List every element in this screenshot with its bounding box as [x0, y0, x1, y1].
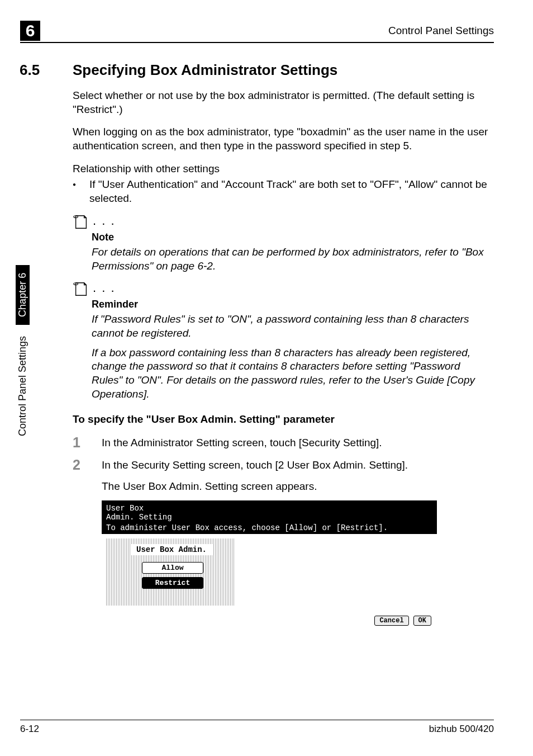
sub-heading: To specify the "User Box Admin. Setting"…	[73, 413, 494, 426]
sidebar-label: Control Panel Settings Chapter 6	[16, 265, 30, 436]
chapter-badge: 6	[20, 21, 40, 41]
note-body: For details on operations that can be pe…	[92, 245, 494, 273]
header-rule	[20, 42, 494, 43]
restrict-button[interactable]: Restrict	[142, 577, 203, 589]
reminder-body: If a box password containing less than 8…	[92, 346, 494, 401]
bullet-dot-icon	[73, 178, 89, 205]
screenshot-title-line1: User Box	[106, 504, 144, 513]
step-item: 1 In the Administrator Setting screen, t…	[73, 436, 494, 450]
step-text: In the Administrator Setting screen, tou…	[102, 436, 382, 450]
ok-button[interactable]: OK	[413, 616, 431, 626]
note-paper-icon	[73, 281, 89, 297]
bullet-text: If "User Authentication" and "Account Tr…	[89, 178, 494, 205]
allow-button[interactable]: Allow	[142, 562, 203, 574]
paragraph: When logging on as the box administrator…	[73, 125, 494, 153]
sidebar-text: Control Panel Settings	[17, 336, 28, 436]
paragraph: Relationship with other settings	[73, 162, 494, 176]
sidebar-chapter-badge: Chapter 6	[16, 265, 30, 325]
reminder-body: If "Password Rules" is set to "ON", a pa…	[92, 313, 494, 340]
section-number: 6.5	[20, 62, 56, 89]
footer-product: bizhub 500/420	[429, 724, 494, 735]
screenshot-instruction: To administer User Box access, choose [A…	[106, 523, 388, 532]
bullet-item: If "User Authentication" and "Account Tr…	[73, 178, 494, 205]
step-text: In the Security Setting screen, touch [2…	[102, 458, 408, 472]
screenshot-option-group: User Box Admin. Allow Restrict	[106, 538, 235, 606]
cancel-button[interactable]: Cancel	[374, 616, 408, 626]
step-item: 2 In the Security Setting screen, touch …	[73, 458, 494, 472]
note-icon-row: . . .	[73, 214, 494, 230]
note-label: Note	[92, 231, 494, 243]
panel-screenshot: User Box Admin. Setting To administer Us…	[102, 500, 437, 629]
screenshot-title-line2: Admin. Setting	[106, 513, 172, 522]
note-icon-row: . . .	[73, 281, 494, 297]
paragraph: Select whether or not use by the box adm…	[73, 89, 494, 116]
step-subtext: The User Box Admin. Setting screen appea…	[102, 480, 494, 493]
footer-page-number: 6-12	[20, 724, 39, 735]
ellipsis-icon: . . .	[93, 214, 116, 228]
section-title: Specifying Box Administrator Settings	[73, 62, 337, 79]
running-header: Control Panel Settings	[388, 25, 494, 37]
footer-rule	[20, 720, 494, 720]
note-paper-icon	[73, 214, 89, 230]
reminder-label: Reminder	[92, 299, 494, 310]
step-number: 1	[73, 436, 86, 450]
step-number: 2	[73, 458, 86, 472]
screenshot-body: User Box Admin. Allow Restrict Cancel OK	[102, 534, 437, 629]
screenshot-group-label: User Box Admin.	[131, 544, 212, 555]
screenshot-titlebar: User Box Admin. Setting To administer Us…	[102, 500, 437, 534]
ellipsis-icon: . . .	[93, 281, 116, 295]
